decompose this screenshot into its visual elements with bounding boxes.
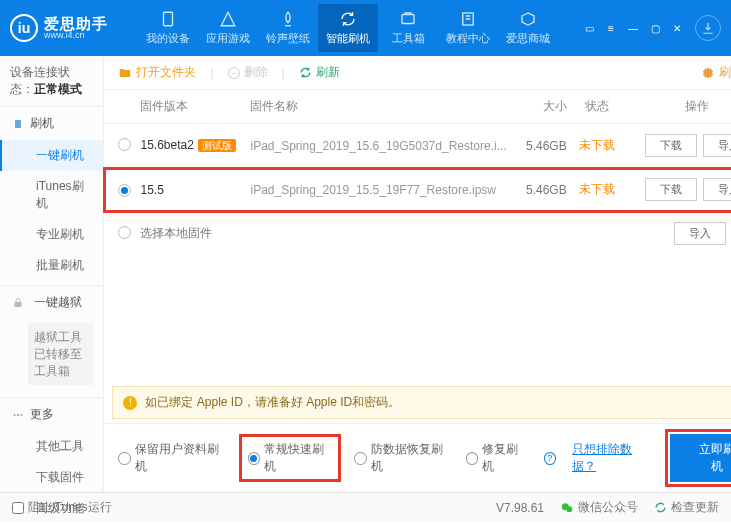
connection-status: 设备连接状态：正常模式 — [0, 56, 103, 107]
nav-icon-4 — [399, 10, 417, 28]
flash-icon — [12, 118, 24, 130]
gear-icon — [701, 66, 715, 80]
refresh-icon — [299, 66, 312, 79]
local-firmware-row[interactable]: 选择本地固件 导入 — [104, 212, 731, 255]
wechat-icon — [560, 501, 574, 515]
block-itunes-check[interactable]: 阻止iTunes运行 — [12, 499, 112, 516]
win-minimize[interactable]: — — [623, 21, 643, 35]
sidebar-head-more[interactable]: 更多 — [0, 398, 103, 431]
erase-only-link[interactable]: 只想排除数据？ — [572, 441, 652, 475]
firmware-row-0[interactable]: 15.6beta2测试版iPad_Spring_2019_15.6_19G503… — [104, 124, 731, 168]
nav-icon-1 — [219, 10, 237, 28]
app-name: 爱思助手 — [44, 16, 108, 31]
wechat-link[interactable]: 微信公众号 — [560, 499, 638, 516]
download-ring-icon[interactable] — [695, 15, 721, 41]
download-button-1[interactable]: 下载 — [645, 178, 697, 201]
sidebar-item-batch[interactable]: 批量刷机 — [0, 250, 103, 281]
window-controls: ▭ ≡ — ▢ ✕ — [579, 21, 687, 35]
opt-keep-data[interactable]: 保留用户资料刷机 — [118, 441, 225, 475]
win-btn-2[interactable]: ≡ — [601, 21, 621, 35]
sidebar-head-flash[interactable]: 刷机 — [0, 107, 103, 140]
jailbreak-moved-note: 越狱工具已转移至工具箱 — [28, 323, 93, 385]
main-nav: 我的设备应用游戏铃声壁纸智能刷机工具箱教程中心爱思商城 — [138, 4, 558, 52]
flash-options: 保留用户资料刷机 常规快速刷机 防数据恢复刷机 修复刷机 ? 只想排除数据？ 立… — [104, 423, 731, 492]
app-url: www.i4.cn — [44, 31, 108, 40]
flash-now-button[interactable]: 立即刷机 — [670, 434, 731, 482]
nav-item-5[interactable]: 教程中心 — [438, 4, 498, 52]
import-local-button[interactable]: 导入 — [674, 222, 726, 245]
svg-rect-0 — [164, 12, 173, 26]
sidebar-item-download-fw[interactable]: 下载固件 — [0, 462, 103, 493]
warning-icon: ! — [123, 396, 137, 410]
main-panel: 打开文件夹 | −删除 | 刷新 刷机设置 固件版本 固件名称 大小 状态 操作… — [104, 56, 731, 492]
sidebar-item-itunes[interactable]: iTunes刷机 — [0, 171, 103, 219]
lock-icon — [12, 297, 24, 309]
win-btn-1[interactable]: ▭ — [579, 21, 599, 35]
table-header: 固件版本 固件名称 大小 状态 操作 — [104, 90, 731, 124]
sidebar: 设备连接状态：正常模式 刷机 一键刷机 iTunes刷机 专业刷机 批量刷机 一… — [0, 56, 104, 492]
appleid-warning: ! 如已绑定 Apple ID，请准备好 Apple ID和密码。 ✕ — [112, 386, 731, 419]
import-button-0[interactable]: 导入 — [703, 134, 731, 157]
win-close[interactable]: ✕ — [667, 21, 687, 35]
opt-repair[interactable]: 修复刷机 — [466, 441, 528, 475]
opt-quick-flash[interactable]: 常规快速刷机 — [242, 437, 338, 479]
flash-settings-button[interactable]: 刷机设置 — [701, 64, 731, 81]
sidebar-head-jailbreak[interactable]: 一键越狱 — [0, 286, 103, 319]
nav-icon-0 — [159, 10, 177, 28]
nav-item-4[interactable]: 工具箱 — [378, 4, 438, 52]
svg-point-11 — [566, 506, 572, 512]
open-folder-button[interactable]: 打开文件夹 — [118, 64, 196, 81]
nav-icon-6 — [519, 10, 537, 28]
svg-point-5 — [14, 414, 16, 416]
radio-row-1[interactable] — [118, 184, 131, 197]
svg-rect-4 — [15, 302, 22, 307]
radio-row-0[interactable] — [118, 138, 131, 151]
footer: 阻止iTunes运行 V7.98.61 微信公众号 检查更新 — [0, 492, 731, 522]
nav-item-6[interactable]: 爱思商城 — [498, 4, 558, 52]
info-icon[interactable]: ? — [544, 452, 556, 465]
nav-item-3[interactable]: 智能刷机 — [318, 4, 378, 52]
more-icon — [12, 409, 24, 421]
nav-item-2[interactable]: 铃声壁纸 — [258, 4, 318, 52]
download-button-0[interactable]: 下载 — [645, 134, 697, 157]
nav-icon-5 — [459, 10, 477, 28]
sidebar-item-oneclick[interactable]: 一键刷机 — [0, 140, 103, 171]
titlebar: iu 爱思助手www.i4.cn 我的设备应用游戏铃声壁纸智能刷机工具箱教程中心… — [0, 0, 731, 56]
folder-icon — [118, 66, 132, 80]
svg-point-7 — [21, 414, 23, 416]
opt-anti-recovery[interactable]: 防数据恢复刷机 — [354, 441, 450, 475]
version-label: V7.98.61 — [496, 501, 544, 515]
nav-item-0[interactable]: 我的设备 — [138, 4, 198, 52]
nav-icon-2 — [279, 10, 297, 28]
beta-badge: 测试版 — [198, 139, 236, 152]
sidebar-item-other[interactable]: 其他工具 — [0, 431, 103, 462]
svg-rect-1 — [402, 15, 414, 24]
import-button-1[interactable]: 导入 — [703, 178, 731, 201]
nav-icon-3 — [339, 10, 357, 28]
update-icon — [654, 501, 667, 514]
radio-local[interactable] — [118, 226, 131, 239]
nav-item-1[interactable]: 应用游戏 — [198, 4, 258, 52]
check-update-link[interactable]: 检查更新 — [654, 499, 719, 516]
sidebar-item-pro[interactable]: 专业刷机 — [0, 219, 103, 250]
delete-button[interactable]: −删除 — [228, 64, 268, 81]
delete-icon: − — [228, 67, 240, 79]
refresh-button[interactable]: 刷新 — [299, 64, 340, 81]
svg-point-6 — [17, 414, 19, 416]
logo-icon: iu — [10, 14, 38, 42]
app-logo: iu 爱思助手www.i4.cn — [10, 14, 108, 42]
svg-rect-3 — [15, 120, 21, 128]
win-maximize[interactable]: ▢ — [645, 21, 665, 35]
firmware-row-1[interactable]: 15.5iPad_Spring_2019_15.5_19F77_Restore.… — [104, 168, 731, 212]
toolbar: 打开文件夹 | −删除 | 刷新 刷机设置 — [104, 56, 731, 90]
